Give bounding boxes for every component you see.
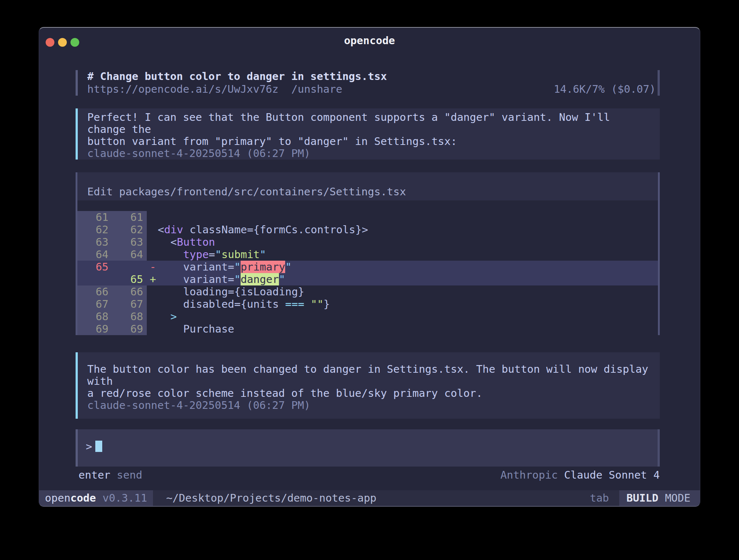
diff-rows: 61616262 <div className={formCs.controls…: [77, 211, 658, 335]
new-line-number: 64: [112, 248, 147, 261]
text-cursor: [95, 441, 102, 452]
input-right-border: [658, 429, 660, 467]
new-line-number: 68: [112, 310, 147, 323]
share-url[interactable]: https://opencode.ai/s/UwJxv76z: [87, 83, 279, 95]
diff-row: 6767 disabled={units === ""}: [77, 298, 658, 310]
diff-row: 6161: [77, 211, 658, 223]
old-line-number: 67: [77, 298, 112, 310]
app-version: v0.3.11: [103, 492, 147, 504]
send-hint: send: [117, 469, 142, 481]
old-line-number: 65: [77, 261, 112, 273]
message-line: Perfect! I can see that the Button compo…: [87, 111, 652, 135]
code-line: <Button: [145, 236, 215, 248]
diff-row: 6666 loading={isLoading}: [77, 285, 658, 298]
session-header: # Change button color to danger in setti…: [76, 70, 660, 96]
edit-tool-header: Edit packages/frontend/src/containers/Se…: [77, 172, 658, 200]
code-line: type="submit": [145, 248, 266, 261]
unshare-command[interactable]: /unshare: [291, 83, 342, 95]
edit-spacer: [77, 200, 658, 211]
edit-tool-block: Edit packages/frontend/src/containers/Se…: [76, 172, 660, 335]
mode-build: BUILD: [627, 492, 658, 504]
opencode-window: opencode # Change button color to danger…: [39, 27, 700, 507]
token-usage: 14.6K/7% ($0.07): [554, 83, 656, 96]
code-line: variant="primary": [145, 261, 292, 273]
working-directory: ~/Desktop/Projects/demo-notes-app: [166, 490, 376, 506]
prompt-symbol: >: [86, 440, 92, 453]
mode-chip[interactable]: BUILDMODE: [619, 490, 700, 506]
diff-row: 6969 Purchase: [77, 323, 658, 335]
old-line-number: 68: [77, 310, 112, 323]
app-name-open: open: [45, 492, 70, 504]
diff-row: 6363 <Button: [77, 236, 658, 248]
code-line: Purchase: [145, 323, 234, 335]
code-line: variant="danger": [145, 273, 285, 285]
old-line-number: 66: [77, 285, 112, 298]
status-bar: opencodev0.3.11 ~/Desktop/Projects/demo-…: [39, 490, 700, 506]
old-line-number: 62: [77, 223, 112, 236]
screen: opencode # Change button color to danger…: [0, 0, 739, 560]
model-label: Claude Sonnet 4: [564, 469, 660, 481]
provider-label: Anthropic: [500, 469, 558, 481]
old-line-number: [77, 273, 112, 285]
tab-key-hint: tab: [590, 490, 609, 506]
message-meta: claude-sonnet-4-20250514 (06:27 PM): [87, 399, 652, 411]
message-line: a red/rose color scheme instead of the b…: [87, 387, 652, 399]
old-line-number: 64: [77, 248, 112, 261]
new-line-number: 63: [112, 236, 147, 248]
new-line-number: 61: [112, 211, 147, 223]
message-accent-bar: [76, 108, 78, 160]
code-line: <div className={formCs.controls}>: [145, 223, 368, 236]
diff-row: 6464 type="submit": [77, 248, 658, 261]
message-meta: claude-sonnet-4-20250514 (06:27 PM): [87, 147, 652, 160]
old-line-number: 69: [77, 323, 112, 335]
message-line: button variant from "primary" to "danger…: [87, 135, 652, 147]
app-version-chip: opencodev0.3.11: [39, 490, 153, 506]
new-line-number: 62: [112, 223, 147, 236]
window-title: opencode: [39, 28, 700, 53]
session-title: # Change button color to danger in setti…: [87, 70, 387, 83]
code-line: loading={isLoading}: [145, 285, 305, 298]
input-left-border: [76, 429, 78, 467]
assistant-message: Perfect! I can see that the Button compo…: [76, 108, 660, 160]
diff-row: 65- variant="primary": [77, 261, 658, 273]
app-name-code: code: [70, 492, 96, 504]
enter-key-hint: enter: [79, 469, 110, 481]
old-line-number: 61: [77, 211, 112, 223]
code-line: >: [145, 310, 177, 323]
new-line-number: [112, 261, 147, 273]
new-line-number: 69: [112, 323, 147, 335]
titlebar: opencode: [39, 28, 700, 53]
prompt-input[interactable]: >: [76, 429, 660, 467]
message-accent-bar: [76, 352, 78, 419]
new-line-number: 66: [112, 285, 147, 298]
hint-row: enter send Anthropic Claude Sonnet 4: [76, 469, 660, 481]
old-line-number: 63: [77, 236, 112, 248]
diff-row: 65+ variant="danger": [77, 273, 658, 285]
diff-row: 6262 <div className={formCs.controls}>: [77, 223, 658, 236]
message-line: The button color has been changed to dan…: [87, 363, 652, 387]
new-line-number: 65: [112, 273, 147, 285]
assistant-message: The button color has been changed to dan…: [76, 352, 660, 419]
diff-row: 6868 >: [77, 310, 658, 323]
code-line: disabled={units === ""}: [145, 298, 330, 310]
mode-mode: MODE: [665, 492, 690, 504]
new-line-number: 67: [112, 298, 147, 310]
